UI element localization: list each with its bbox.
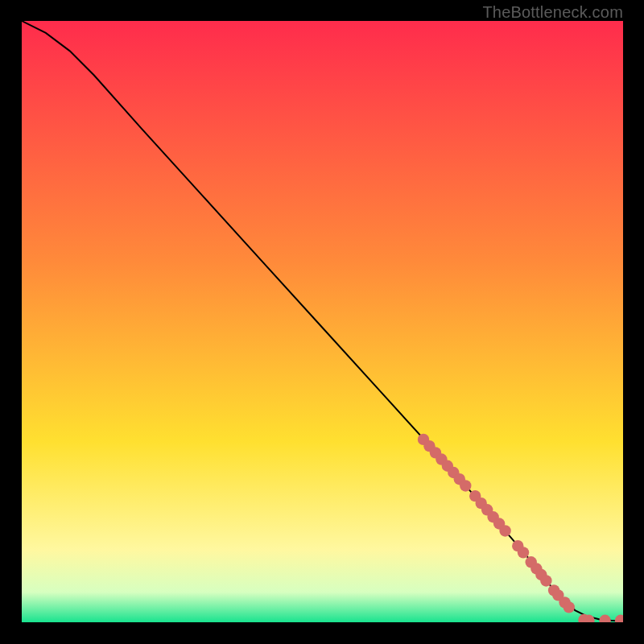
chart-dot xyxy=(540,575,551,586)
chart-dot xyxy=(499,525,510,536)
chart-dot xyxy=(518,547,529,558)
chart-background xyxy=(22,21,623,622)
chart-svg xyxy=(22,21,623,622)
plot-area xyxy=(22,21,623,622)
chart-dot xyxy=(564,601,575,613)
chart-stage: TheBottleneck.com xyxy=(0,0,644,644)
watermark-text: TheBottleneck.com xyxy=(482,3,623,22)
chart-dot xyxy=(460,480,471,491)
